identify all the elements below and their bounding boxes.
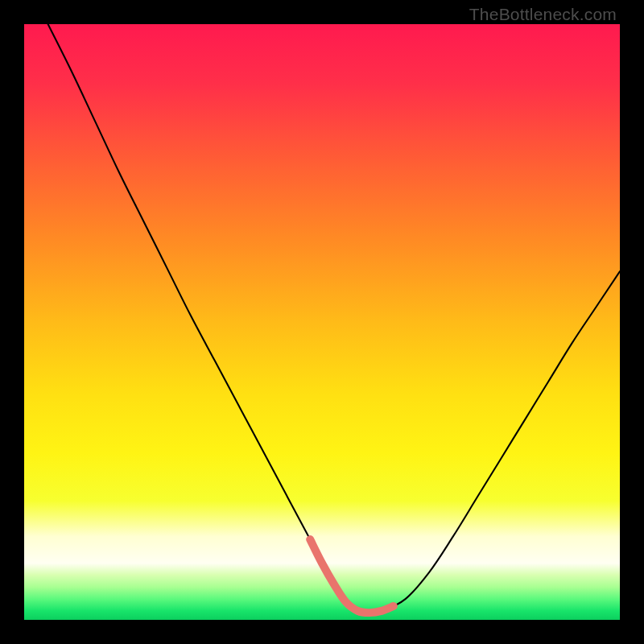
chart-frame: TheBottleneck.com — [0, 0, 644, 644]
curve-layer — [24, 24, 620, 620]
plot-area — [24, 24, 620, 620]
valley-highlight — [310, 539, 394, 613]
watermark-text: TheBottleneck.com — [469, 5, 617, 24]
bottleneck-curve — [48, 24, 620, 613]
